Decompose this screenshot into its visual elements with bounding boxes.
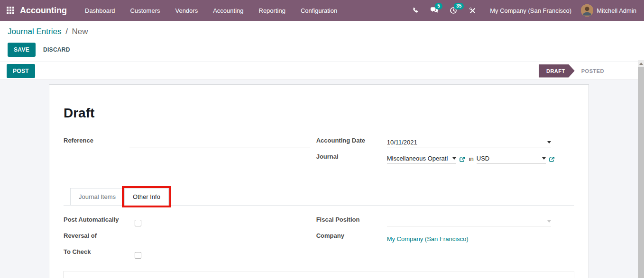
reference-value — [129, 139, 310, 146]
breadcrumb: Journal Entries / New — [8, 27, 636, 36]
currency-value: USD — [477, 155, 489, 162]
menu-item-dashboard[interactable]: Dashboard — [77, 0, 123, 21]
menu-item-vendors[interactable]: Vendors — [167, 0, 205, 21]
main-menu: Dashboard Customers Vendors Accounting R… — [77, 0, 345, 21]
form-sheet: Draft Reference Accounting Date 10/11/2 — [49, 84, 589, 278]
menu-item-reporting[interactable]: Reporting — [251, 0, 293, 21]
content-area: Draft Reference Accounting Date 10/11/2 — [0, 80, 644, 278]
company-row: Company My Company (San Francisco) — [316, 232, 574, 242]
scrollbar-up-arrow[interactable] — [638, 60, 644, 67]
fiscal-position-label: Fiscal Position — [316, 216, 387, 223]
control-panel: Journal Entries / New SAVE DISCARD — [0, 21, 644, 62]
notebook-tabs: Journal Items Other Info — [64, 188, 574, 206]
app-title[interactable]: Accounting — [20, 6, 67, 16]
post-automatically-row: Post Automatically — [64, 216, 310, 226]
journal-select[interactable]: Miscellaneous Operations — [387, 155, 456, 163]
status-steps: DRAFT POSTED — [539, 64, 611, 78]
tools-icon[interactable] — [464, 2, 480, 18]
record-title: Draft — [64, 106, 574, 121]
status-draft[interactable]: DRAFT — [539, 64, 575, 78]
journal-connector: in — [469, 155, 474, 162]
reference-row: Reference — [64, 137, 310, 147]
user-name: Mitchell Admin — [597, 7, 636, 14]
menu-item-configuration[interactable]: Configuration — [293, 0, 345, 21]
company-switcher[interactable]: My Company (San Francisco) — [483, 7, 578, 14]
accounting-date-row: Accounting Date 10/11/2021 — [316, 137, 574, 147]
chevron-down-icon — [547, 220, 551, 223]
company-label: Company — [316, 232, 387, 239]
navbar-systray: 5 35 My Company (San Francisco) — [407, 2, 637, 18]
fiscal-position-row: Fiscal Position — [316, 216, 574, 226]
phone-icon-glyph — [412, 7, 419, 14]
header-fields: Reference Accounting Date 10/11/2021 — [64, 137, 574, 169]
reversal-of-row: Reversal of — [64, 232, 310, 242]
top-navbar: Accounting Dashboard Customers Vendors A… — [0, 0, 644, 21]
currency-select[interactable]: USD — [477, 155, 546, 163]
fiscal-position-value — [387, 218, 544, 225]
chevron-down-icon[interactable] — [547, 141, 551, 143]
odoo-accounting-screen: Accounting Dashboard Customers Vendors A… — [0, 0, 644, 278]
post-button[interactable]: POST — [7, 64, 35, 78]
reference-input[interactable] — [129, 139, 310, 147]
activities-icon[interactable]: 35 — [445, 2, 461, 18]
post-automatically-checkbox[interactable] — [135, 220, 141, 226]
breadcrumb-new: New — [72, 27, 88, 36]
tab-journal-items[interactable]: Journal Items — [70, 188, 124, 205]
messages-icon[interactable]: 5 — [426, 2, 442, 18]
chevron-down-icon[interactable] — [542, 157, 546, 160]
tab-other-info-label: Other Info — [133, 193, 160, 200]
accounting-date-label: Accounting Date — [316, 137, 387, 144]
breadcrumb-journal-entries[interactable]: Journal Entries — [8, 27, 61, 36]
post-automatically-label: Post Automatically — [64, 216, 135, 223]
reversal-of-label: Reversal of — [64, 232, 135, 239]
user-menu[interactable]: Mitchell Admin — [581, 4, 637, 17]
tab-other-info[interactable]: Other Info — [124, 188, 169, 206]
scrollbar-thumb[interactable] — [638, 67, 644, 278]
to-check-label: To Check — [64, 248, 135, 255]
vertical-scrollbar[interactable] — [638, 60, 644, 278]
to-check-row: To Check — [64, 248, 310, 259]
breadcrumb-separator: / — [65, 27, 68, 36]
avatar-glyph — [581, 4, 593, 17]
to-check-checkbox[interactable] — [135, 252, 141, 259]
accounting-date-input[interactable]: 10/11/2021 — [387, 139, 551, 147]
journal-value: Miscellaneous Operations — [387, 155, 448, 162]
chevron-down-icon[interactable] — [452, 157, 456, 160]
journal-label: Journal — [316, 153, 387, 160]
journal-external-link-icon[interactable] — [459, 156, 465, 163]
reference-label: Reference — [64, 137, 129, 144]
form-statusbar: POST DRAFT POSTED — [0, 62, 644, 80]
messages-badge: 5 — [435, 3, 442, 9]
accounting-date-value: 10/11/2021 — [387, 139, 417, 146]
phone-icon[interactable] — [407, 2, 423, 18]
menu-item-accounting[interactable]: Accounting — [205, 0, 251, 21]
menu-item-customers[interactable]: Customers — [123, 0, 168, 21]
internal-note-input[interactable] — [64, 271, 574, 278]
status-posted[interactable]: POSTED — [575, 64, 611, 78]
currency-external-link-icon[interactable] — [549, 156, 555, 163]
journal-row: Journal Miscellaneous Operations in USD — [316, 153, 574, 163]
save-button[interactable]: SAVE — [8, 43, 36, 57]
activities-badge: 35 — [454, 3, 464, 9]
apps-grid-icon[interactable] — [7, 7, 14, 14]
fiscal-position-input[interactable] — [387, 218, 551, 226]
company-value[interactable]: My Company (San Francisco) — [387, 235, 469, 242]
user-avatar — [581, 4, 593, 17]
control-panel-buttons: SAVE DISCARD — [8, 43, 636, 57]
other-info-pane: Post Automatically Reversal of To Check … — [64, 216, 574, 264]
tools-glyph — [469, 7, 476, 14]
discard-button[interactable]: DISCARD — [43, 46, 70, 53]
